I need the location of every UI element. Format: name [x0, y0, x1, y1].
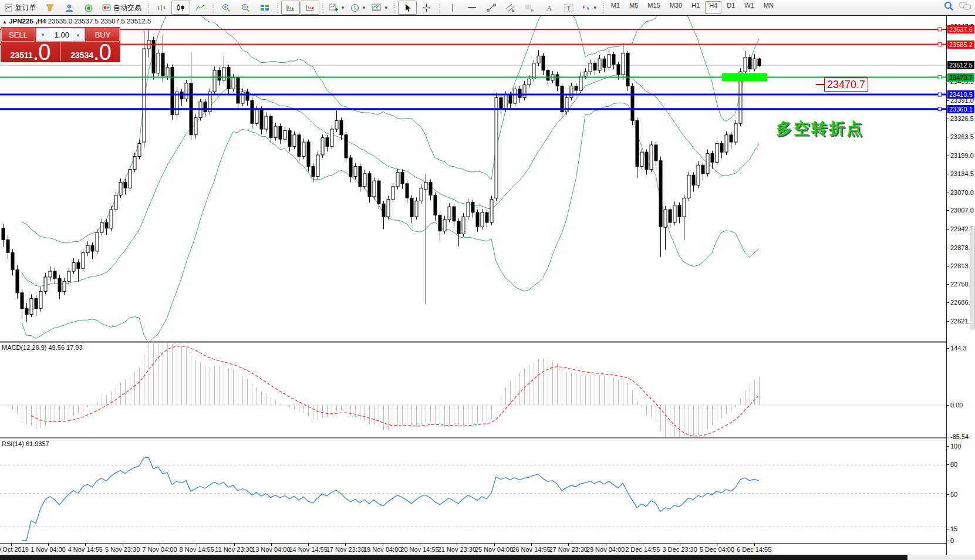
time-axis-label: 13 Nov 04:00 [252, 546, 290, 553]
rsi-axis-label: 15 [950, 525, 957, 532]
time-axis-label: 3 Dec 23:30 [662, 546, 697, 553]
dropdown-caret: ▼ [593, 5, 598, 11]
time-axis-label: 19 Nov 04:00 [363, 546, 402, 553]
timeframe-H1[interactable]: H1 [687, 1, 704, 14]
axis-tick [947, 193, 949, 193]
axis-tick [947, 348, 949, 349]
time-axis-label: 27 Nov 23:30 [549, 546, 587, 553]
candlestick-chart-button[interactable] [171, 1, 190, 15]
timeframe-toolbar: M1M5M15M30H1H4D1W1MN [607, 1, 778, 14]
macd-axis-label: 144.3 [950, 345, 967, 352]
chart-shift-button[interactable] [281, 1, 300, 15]
time-axis-label: 29 Nov 04:00 [586, 546, 625, 553]
text-tool[interactable]: A [540, 1, 559, 15]
price-tick-label: 23007.0 [950, 207, 974, 214]
trendline-tool[interactable] [482, 1, 501, 15]
dropdown-caret: ▼ [340, 5, 345, 11]
time-axis-label: 30 Oct 2019 [0, 546, 29, 553]
macd-pane-separator[interactable] [0, 341, 975, 343]
volume-decrease-button[interactable]: ▼ [36, 28, 49, 41]
turning-point-annotation[interactable]: 多空转折点 [776, 118, 864, 139]
timeframe-M30[interactable]: M30 [666, 1, 686, 14]
axis-tick [947, 248, 949, 248]
price-tick-label: 23134.5 [950, 170, 974, 177]
timeframe-M1[interactable]: M1 [607, 1, 624, 14]
candlestick-chart-icon [176, 4, 185, 12]
auto-trading-button[interactable]: 自动交易 [99, 1, 145, 15]
timeframe-M5[interactable]: M5 [625, 1, 642, 14]
profiles-button[interactable] [60, 1, 79, 15]
cursor-tool-button[interactable] [398, 1, 417, 15]
rsi-pane-separator[interactable] [0, 437, 975, 439]
toolbar-grip [393, 2, 396, 13]
one-click-trading-panel: SELL ▼ 1.00 ▲ BUY 23511.0 23534.0 [1, 27, 120, 62]
tile-windows-button[interactable] [255, 1, 274, 15]
crosshair-tool-button[interactable] [417, 1, 436, 15]
timeframe-MN[interactable]: MN [760, 1, 778, 14]
dropdown-caret: ▼ [362, 5, 366, 11]
zoom-out-icon [241, 4, 251, 12]
auto-trading-icon [102, 4, 112, 12]
add-indicator-button[interactable]: ▼ [326, 1, 348, 15]
channel-tool[interactable]: E [501, 1, 520, 15]
timeframe-W1[interactable]: W1 [740, 1, 758, 14]
axis-tick [947, 437, 949, 437]
price-level-label: 23512.5 [947, 61, 974, 69]
chat-icon[interactable] [959, 1, 971, 11]
axis-tick [947, 119, 949, 119]
add-indicator-icon [329, 4, 338, 12]
rsi-axis-label: 100 [950, 443, 961, 450]
toolbar-grip [602, 2, 605, 13]
vertical-scrollbar-thumb[interactable] [970, 228, 975, 330]
axis-tick [947, 302, 949, 303]
line-chart-icon [195, 4, 205, 12]
templates-button[interactable]: ▼ [369, 1, 391, 15]
indicator-list-button[interactable] [41, 1, 59, 15]
axis-tick [947, 284, 949, 285]
price-annotation-pointer [816, 84, 824, 85]
macd-axis-label: -85.54 [950, 433, 969, 440]
arrows-tool[interactable]: ▼ [579, 1, 600, 15]
buy-price-main: 23534 [70, 52, 93, 59]
search-icon[interactable] [944, 1, 954, 11]
time-axis[interactable]: 30 Oct 20191 Nov 04:004 Nov 14:555 Nov 2… [0, 543, 946, 555]
price-tick-label: 23326.5 [950, 115, 974, 122]
rsi-axis-label: 50 [950, 491, 957, 498]
sell-price[interactable]: 23511.0 [1, 42, 60, 61]
line-chart-button[interactable] [191, 1, 210, 15]
ohlc-values: 23535.0 23537.5 23507.5 23512.5 [48, 18, 151, 25]
funnel-icon [45, 4, 55, 12]
price-level-label: 23637.6 [947, 25, 974, 33]
volume-value[interactable]: 1.00 [49, 28, 72, 41]
sell-price-main: 23511 [11, 52, 33, 59]
bar-chart-button[interactable] [152, 1, 171, 15]
bottom-edge [0, 555, 975, 560]
sell-button[interactable]: SELL [1, 28, 35, 42]
timeframe-H4[interactable]: H4 [705, 1, 721, 14]
time-axis-label: 21 Nov 23:30 [438, 546, 476, 553]
fibonacci-tool[interactable]: F [521, 1, 539, 15]
time-axis-label: 11 Nov 23:30 [215, 546, 253, 553]
timeframe-M15[interactable]: M15 [643, 1, 664, 14]
time-axis-label: 8 Nov 14:55 [180, 546, 214, 553]
volume-increase-button[interactable]: ▲ [72, 28, 85, 41]
time-axis-label: 2 Dec 14:55 [625, 546, 660, 553]
text-label-tool[interactable]: T [559, 1, 578, 15]
toolbar-grip [276, 2, 279, 13]
buy-price[interactable]: 23534.0 [61, 42, 120, 61]
price-annotation-box[interactable]: 23470.7 [824, 77, 868, 92]
auto-scroll-button[interactable] [301, 1, 319, 15]
new-order-button[interactable]: 新订单 [1, 1, 40, 15]
mt4-window: 新订单 自动交易 [0, 0, 975, 560]
zoom-in-button[interactable] [217, 1, 235, 15]
data-window-button[interactable] [79, 1, 98, 15]
zoom-out-button[interactable] [236, 1, 255, 15]
svg-text:A: A [546, 4, 552, 12]
collapse-icon[interactable]: ▲ [2, 19, 7, 25]
horizontal-line-tool[interactable] [463, 1, 481, 15]
periods-button[interactable]: ▼ [348, 1, 369, 15]
time-axis-label: 7 Nov 04:00 [142, 546, 177, 553]
vertical-line-tool[interactable] [443, 1, 462, 15]
timeframe-D1[interactable]: D1 [723, 1, 739, 14]
signal-icon [84, 4, 93, 12]
